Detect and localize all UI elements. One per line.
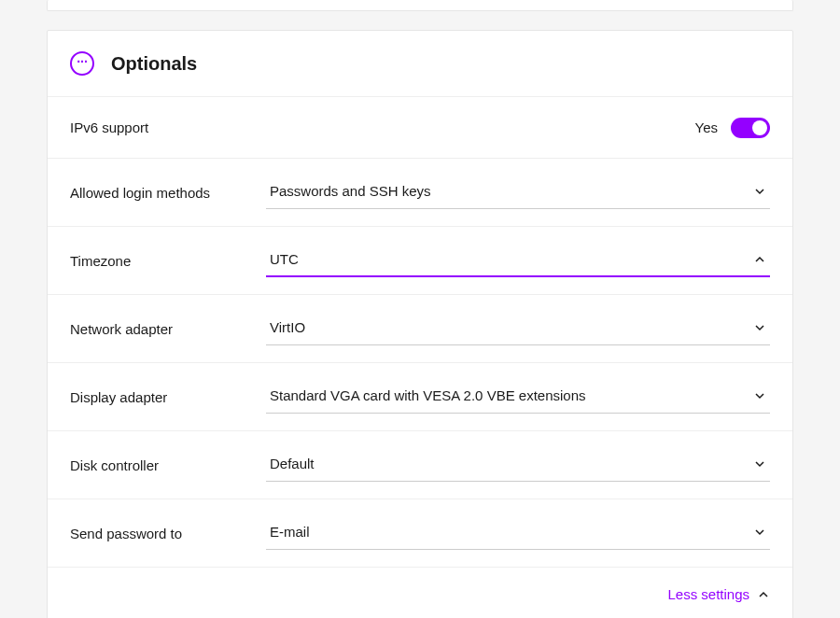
display-adapter-select[interactable]: Standard VGA card with VESA 2.0 VBE exte…	[266, 380, 770, 414]
display-adapter-row: Display adapter Standard VGA card with V…	[48, 362, 792, 430]
previous-card-stub	[47, 0, 793, 11]
timezone-row: Timezone UTC	[48, 226, 792, 294]
less-settings-button[interactable]: Less settings	[667, 586, 770, 602]
send-password-label: Send password to	[70, 526, 266, 541]
display-adapter-value: Standard VGA card with VESA 2.0 VBE exte…	[270, 387, 586, 403]
login-methods-select[interactable]: Passwords and SSH keys	[266, 176, 770, 209]
chevron-up-icon	[753, 253, 766, 266]
timezone-value: UTC	[270, 251, 299, 267]
ellipsis-circle-icon: ···	[70, 51, 94, 76]
optionals-header: ··· Optionals	[48, 31, 792, 96]
section-title: Optionals	[111, 53, 197, 75]
chevron-down-icon	[753, 185, 766, 198]
timezone-select[interactable]: UTC	[266, 244, 770, 277]
network-adapter-value: VirtIO	[270, 319, 305, 335]
timezone-label: Timezone	[70, 253, 266, 269]
disk-controller-row: Disk controller Default	[48, 430, 792, 499]
chevron-down-icon	[753, 321, 766, 334]
network-adapter-select[interactable]: VirtIO	[266, 312, 770, 345]
ipv6-status: Yes	[695, 119, 718, 135]
chevron-up-icon	[757, 588, 770, 601]
chevron-down-icon	[753, 389, 766, 402]
card-footer: Less settings	[48, 567, 792, 618]
display-adapter-label: Display adapter	[70, 389, 266, 405]
optionals-card: ··· Optionals IPv6 support Yes Allowed l…	[47, 30, 793, 618]
toggle-knob	[752, 120, 767, 135]
login-methods-label: Allowed login methods	[70, 185, 266, 201]
send-password-value: E-mail	[270, 524, 310, 540]
send-password-select[interactable]: E-mail	[266, 516, 770, 550]
send-password-row: Send password to E-mail	[48, 499, 792, 567]
network-adapter-label: Network adapter	[70, 321, 266, 337]
chevron-down-icon	[753, 526, 766, 539]
ipv6-toggle[interactable]	[731, 118, 770, 138]
network-adapter-row: Network adapter VirtIO	[48, 294, 792, 362]
less-settings-label: Less settings	[667, 586, 749, 602]
ipv6-row: IPv6 support Yes	[48, 96, 792, 158]
disk-controller-value: Default	[270, 456, 315, 471]
ipv6-label: IPv6 support	[70, 119, 266, 135]
disk-controller-label: Disk controller	[70, 457, 266, 473]
login-methods-row: Allowed login methods Passwords and SSH …	[48, 158, 792, 226]
chevron-down-icon	[753, 457, 766, 471]
login-methods-value: Passwords and SSH keys	[270, 183, 431, 199]
disk-controller-select[interactable]: Default	[266, 448, 770, 482]
